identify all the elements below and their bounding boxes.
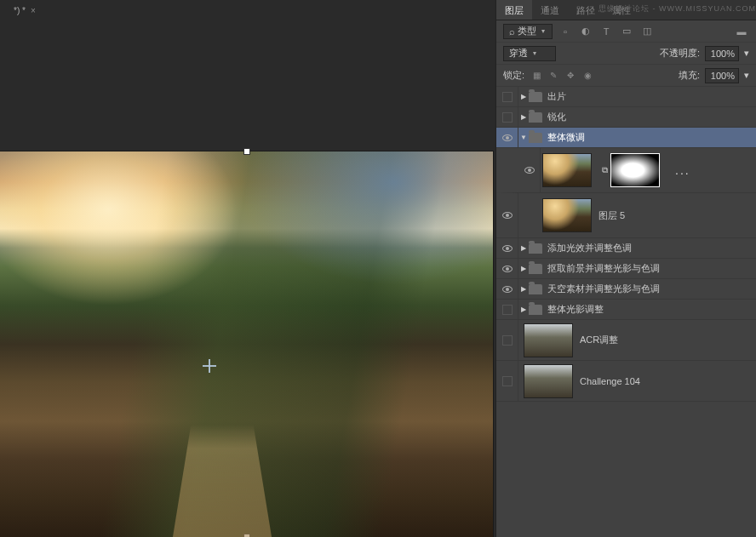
lock-fill-row: 锁定: ▦ ✎ ✥ ◉ 填充: 100% ▾ xyxy=(496,65,756,87)
mask-thumbnail[interactable] xyxy=(610,153,660,187)
disclosure-triangle-icon[interactable]: ▶ xyxy=(518,244,529,252)
eye-icon[interactable] xyxy=(502,212,513,219)
opacity-label: 不透明度: xyxy=(660,47,700,60)
canvas-image[interactable] xyxy=(0,151,493,537)
filter-type-icon[interactable]: T xyxy=(598,24,614,39)
opacity-input[interactable]: 100% xyxy=(705,46,739,61)
lock-transparency-icon[interactable]: ▦ xyxy=(530,69,543,83)
filter-adjustment-icon[interactable]: ◐ xyxy=(578,24,593,39)
layer-name[interactable]: 整体微调 xyxy=(547,131,585,144)
folder-icon xyxy=(529,133,542,143)
close-icon[interactable]: × xyxy=(31,6,36,15)
visibility-toggle[interactable] xyxy=(502,92,513,102)
visibility-toggle[interactable] xyxy=(502,335,513,346)
layer-name[interactable]: 添加光效并调整色调 xyxy=(547,242,632,254)
layer-thumbnail[interactable] xyxy=(524,364,573,398)
layer-group-global-light[interactable]: ▶ 整体光影调整 xyxy=(496,300,756,320)
layer-challenge[interactable]: Challenge 104 xyxy=(496,361,756,402)
disclosure-triangle-icon[interactable]: ▶ xyxy=(518,265,529,272)
folder-icon xyxy=(529,243,542,254)
blend-mode-value: 穿透 xyxy=(509,47,528,60)
eye-icon[interactable] xyxy=(502,134,513,141)
layer-name[interactable]: 出片 xyxy=(547,90,566,103)
search-icon: ⌕ xyxy=(509,26,515,37)
layer-group-sky[interactable]: ▶ 天空素材并调整光影与色调 xyxy=(496,279,756,300)
layer-name[interactable]: 图层 5 xyxy=(598,209,625,222)
layer-group-lightfx[interactable]: ▶ 添加光效并调整色调 xyxy=(496,238,756,259)
visibility-toggle[interactable] xyxy=(502,112,513,123)
lock-label: 锁定: xyxy=(503,69,524,82)
layers-panel: 图层 通道 路径 属性 思缘设计论坛 - WWW.MISSYUAN.COM ⌕ … xyxy=(495,0,756,537)
folder-icon xyxy=(529,92,542,102)
lock-all-icon[interactable]: ◉ xyxy=(581,69,594,83)
transform-handle-bottom[interactable] xyxy=(243,534,250,537)
layer-group-sharpen[interactable]: ▶ 锐化 xyxy=(496,107,756,128)
layer-name[interactable]: ACR调整 xyxy=(580,334,618,346)
visibility-toggle[interactable] xyxy=(502,305,513,315)
layer-filter-row: ⌕ 类型 ▾ ▫ ◐ T ▭ ◫ ▬ xyxy=(496,20,756,43)
layer-group-foreground[interactable]: ▶ 抠取前景并调整光影与色调 xyxy=(496,259,756,279)
layer-name[interactable]: 锐化 xyxy=(547,111,566,123)
disclosure-triangle-icon[interactable]: ▶ xyxy=(518,285,529,293)
eye-icon[interactable] xyxy=(502,286,513,293)
layer-group-overall-adjust[interactable]: ▼ 整体微调 xyxy=(496,128,756,148)
watermark-text: 思缘设计论坛 - WWW.MISSYUAN.COM xyxy=(598,3,756,14)
canvas-area[interactable]: *) * × xyxy=(0,0,495,537)
layer-5[interactable]: 图层 5 xyxy=(496,193,756,238)
fill-label: 填充: xyxy=(679,69,700,82)
visibility-toggle[interactable] xyxy=(502,376,513,386)
chevron-down-icon: ▾ xyxy=(533,49,536,57)
fill-input[interactable]: 100% xyxy=(705,68,739,83)
layer-effects-icon[interactable]: ... xyxy=(675,163,690,177)
filter-shape-icon[interactable]: ▭ xyxy=(619,24,634,39)
disclosure-triangle-icon[interactable]: ▶ xyxy=(518,113,529,121)
layer-thumbnail[interactable] xyxy=(524,323,573,357)
folder-icon xyxy=(529,305,542,315)
filter-toggle-icon[interactable]: ▬ xyxy=(734,24,749,39)
tab-layers[interactable]: 图层 xyxy=(496,0,532,20)
blend-mode-select[interactable]: 穿透 ▾ xyxy=(503,46,556,61)
disclosure-triangle-icon[interactable]: ▶ xyxy=(518,93,529,100)
lock-position-icon[interactable]: ✥ xyxy=(564,69,577,83)
transform-center-icon[interactable] xyxy=(203,359,216,373)
blend-opacity-row: 穿透 ▾ 不透明度: 100% ▾ xyxy=(496,43,756,65)
chevron-down-icon: ▾ xyxy=(541,27,545,35)
panel-tab-bar: 图层 通道 路径 属性 思缘设计论坛 - WWW.MISSYUAN.COM xyxy=(496,0,756,20)
lock-icons-group: ▦ ✎ ✥ ◉ xyxy=(530,69,594,83)
layer-masked-child[interactable]: ⧉ ... xyxy=(496,148,756,193)
document-tab-label: *) * xyxy=(14,6,26,15)
tab-channels[interactable]: 通道 xyxy=(532,0,568,20)
layer-name[interactable]: 整体光影调整 xyxy=(547,303,604,316)
layer-filter-type[interactable]: ⌕ 类型 ▾ xyxy=(503,24,553,39)
eye-icon[interactable] xyxy=(502,245,513,252)
filter-smart-icon[interactable]: ◫ xyxy=(639,24,655,39)
fill-value: 100% xyxy=(711,71,735,81)
disclosure-triangle-icon[interactable]: ▼ xyxy=(518,134,529,141)
filter-type-label: 类型 xyxy=(518,25,536,37)
link-icon[interactable]: ⧉ xyxy=(598,165,610,175)
lock-pixels-icon[interactable]: ✎ xyxy=(547,69,560,83)
chevron-down-icon[interactable]: ▾ xyxy=(744,70,749,81)
eye-icon[interactable] xyxy=(524,167,535,174)
opacity-value: 100% xyxy=(711,49,735,59)
layer-name[interactable]: Challenge 104 xyxy=(580,376,640,386)
chevron-down-icon[interactable]: ▾ xyxy=(744,48,749,59)
folder-icon xyxy=(529,284,542,294)
disclosure-triangle-icon[interactable]: ▶ xyxy=(518,306,529,313)
layers-list[interactable]: ▶ 出片 ▶ 锐化 ▼ 整体微调 ⧉ xyxy=(496,87,756,537)
layer-name[interactable]: 天空素材并调整光影与色调 xyxy=(547,283,660,295)
document-tab[interactable]: *) * × xyxy=(9,4,41,17)
layer-acr[interactable]: ACR调整 xyxy=(496,320,756,361)
layer-group-output[interactable]: ▶ 出片 xyxy=(496,87,756,107)
layer-thumbnail[interactable] xyxy=(542,198,592,232)
layer-thumbnail[interactable] xyxy=(542,153,592,187)
folder-icon xyxy=(529,264,542,274)
layer-name[interactable]: 抠取前景并调整光影与色调 xyxy=(547,262,660,275)
transform-handle-top[interactable] xyxy=(243,148,250,155)
document-tab-bar: *) * × xyxy=(0,0,495,20)
folder-icon xyxy=(529,112,542,123)
filter-pixel-icon[interactable]: ▫ xyxy=(558,24,573,39)
eye-icon[interactable] xyxy=(502,266,513,272)
